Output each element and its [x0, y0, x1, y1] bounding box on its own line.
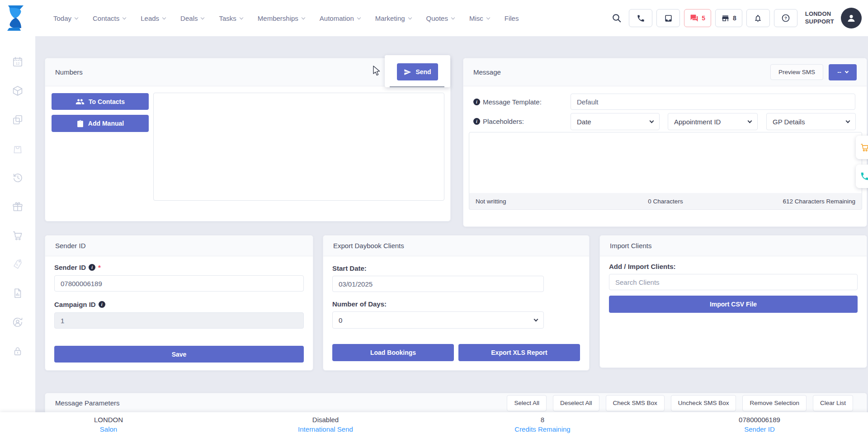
message-card-title: Message — [473, 68, 501, 76]
number-of-days-label: Number of Days: — [332, 300, 580, 308]
report-icon[interactable] — [12, 287, 24, 299]
select-all-button[interactable]: Select All — [507, 395, 547, 411]
chat-badge: 5 — [702, 14, 705, 22]
nav-item-files[interactable]: Files — [505, 14, 519, 22]
import-card-header: Import Clients — [600, 235, 867, 256]
phone-side-tab[interactable] — [856, 165, 868, 188]
hourglass-logo-icon — [6, 5, 25, 32]
sender-id-link[interactable]: Sender ID — [744, 425, 775, 433]
to-contacts-label: To Contacts — [89, 98, 125, 105]
chevron-down-icon — [486, 15, 490, 19]
shopping-bag-icon[interactable] — [12, 143, 24, 155]
placeholder-select-gp-details[interactable]: GP Details — [766, 113, 856, 130]
search-clients-input[interactable] — [609, 274, 858, 290]
export-buttons-row: Load Bookings Export XLS Report — [332, 344, 580, 361]
cart-side-tab[interactable] — [856, 136, 868, 159]
nav-item-marketing[interactable]: Marketing — [375, 14, 411, 22]
number-of-days-select[interactable]: 0 — [332, 311, 544, 329]
credits-remaining-link[interactable]: Credits Remaining — [514, 425, 570, 433]
import-csv-button[interactable]: Import CSV File — [609, 296, 858, 313]
cart-icon[interactable] — [12, 230, 24, 241]
info-icon — [99, 301, 105, 308]
help-button[interactable]: ? — [774, 9, 797, 27]
price-tag-icon[interactable]: $ — [12, 259, 24, 270]
preview-sms-button[interactable]: Preview SMS — [770, 64, 823, 80]
placeholder-select-date[interactable]: Date — [571, 113, 660, 130]
nav-label: Tasks — [219, 14, 236, 22]
nav-item-memberships[interactable]: Memberships — [258, 14, 305, 22]
history-icon[interactable] — [12, 172, 24, 184]
package-icon[interactable] — [12, 85, 24, 97]
export-daybook-card: Export Daybook Clients Start Date: Numbe… — [323, 235, 590, 371]
inbox-button[interactable] — [656, 9, 680, 27]
message-body-textarea[interactable] — [469, 132, 862, 193]
uncheck-sms-box-button[interactable]: Uncheck SMS Box — [671, 395, 736, 411]
nav-item-quotes[interactable]: Quotes — [426, 14, 454, 22]
character-count: 0 Characters — [469, 198, 862, 205]
clipboard-icon — [76, 120, 84, 127]
chevron-down-icon — [534, 317, 538, 322]
check-sms-box-button[interactable]: Check SMS Box — [606, 395, 665, 411]
nav-label: Misc — [469, 14, 483, 22]
placeholders-label-text: Placeholders: — [483, 118, 524, 125]
start-date-input[interactable] — [332, 276, 544, 292]
required-asterisk: * — [98, 264, 101, 271]
placeholders-label: Placeholders: — [473, 118, 524, 125]
chat-bubbles-icon — [690, 14, 698, 23]
nav-item-misc[interactable]: Misc — [469, 14, 490, 22]
calendar-icon[interactable]: 12 — [12, 56, 24, 68]
nav-item-leads[interactable]: Leads — [141, 14, 165, 22]
numbers-card-title: Numbers — [55, 68, 83, 76]
add-manual-button[interactable]: Add Manual — [52, 115, 149, 132]
svg-text:?: ? — [784, 16, 787, 20]
nav-item-today[interactable]: Today — [53, 14, 78, 22]
main-nav-menu: Today Contacts Leads Deals Tasks Members… — [53, 0, 519, 36]
chat-button[interactable]: 5 — [684, 9, 711, 27]
app-logo[interactable] — [6, 5, 25, 32]
message-template-input[interactable] — [571, 94, 855, 110]
add-import-clients-label: Add / Import Clients: — [609, 263, 858, 270]
save-button[interactable]: Save — [54, 346, 304, 363]
store-button[interactable]: 8 — [715, 9, 742, 27]
salon-link[interactable]: Salon — [100, 425, 117, 433]
nav-item-deals[interactable]: Deals — [180, 14, 204, 22]
top-navbar: Today Contacts Leads Deals Tasks Members… — [0, 0, 868, 36]
navbar-right-cluster: 5 8 ? LONDON SUPPORT — [611, 0, 862, 36]
deselect-all-button[interactable]: Deselect All — [553, 395, 599, 411]
placeholder-select-appointment-id[interactable]: Appointment ID — [668, 113, 758, 130]
international-send-link[interactable]: International Send — [298, 425, 353, 433]
nav-item-contacts[interactable]: Contacts — [93, 14, 126, 22]
numbers-textarea[interactable] — [153, 93, 444, 201]
import-card-title: Import Clients — [610, 242, 652, 250]
user-refresh-icon[interactable] — [12, 316, 24, 328]
gift-icon[interactable] — [12, 201, 24, 212]
to-contacts-button[interactable]: To Contacts — [52, 93, 149, 110]
campaign-id-input[interactable] — [54, 312, 304, 329]
search-icon[interactable] — [611, 13, 622, 24]
phone-button[interactable] — [629, 9, 652, 27]
clear-list-button[interactable]: Clear List — [813, 395, 853, 411]
message-card: Message Preview SMS -- Message Template:… — [463, 58, 867, 227]
nav-label: Automation — [320, 14, 354, 22]
message-more-dropdown-button[interactable]: -- — [829, 64, 857, 80]
nav-item-automation[interactable]: Automation — [320, 14, 360, 22]
chevron-down-icon — [650, 119, 654, 123]
svg-text:$: $ — [16, 263, 19, 267]
sender-id-input[interactable] — [54, 275, 304, 292]
stat-sender-id: 07800006189 Sender ID — [651, 412, 868, 438]
chevron-down-icon — [846, 119, 850, 123]
user-avatar[interactable] — [841, 8, 862, 28]
bottom-stats-bar: LONDON Salon Disabled International Send… — [0, 412, 868, 438]
copy-icon[interactable] — [12, 114, 24, 126]
stat-value: 8 — [541, 416, 544, 424]
remove-selection-button[interactable]: Remove Selection — [742, 395, 807, 411]
cart-icon — [860, 142, 868, 152]
export-xls-button[interactable]: Export XLS Report — [458, 344, 580, 361]
send-button[interactable]: Send — [397, 63, 438, 80]
nav-item-tasks[interactable]: Tasks — [219, 14, 242, 22]
lock-icon[interactable] — [12, 345, 24, 357]
notifications-button[interactable] — [746, 9, 770, 27]
load-bookings-button[interactable]: Load Bookings — [332, 344, 454, 361]
stat-international-send: Disabled International Send — [217, 412, 434, 438]
message-footer-bar: Not writting 0 Characters 612 Characters… — [469, 193, 862, 210]
